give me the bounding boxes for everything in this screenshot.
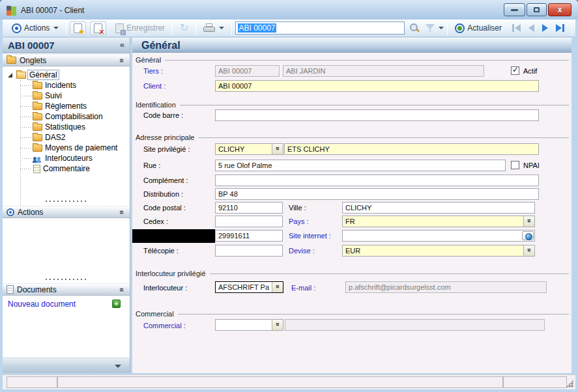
- panel-splitter[interactable]: [3, 199, 130, 203]
- rue-label: Rue :: [143, 161, 160, 169]
- email-label[interactable]: E-mail :: [291, 284, 315, 292]
- telecopie-input[interactable]: [215, 245, 283, 257]
- sidebar-item-commentaire[interactable]: Commentaire: [3, 163, 130, 174]
- print-button[interactable]: [199, 21, 228, 35]
- sidebar-item-incidents[interactable]: Incidents: [3, 80, 130, 91]
- sidebar-collapse-button[interactable]: «: [120, 40, 124, 49]
- code-barre-label: Code barre :: [143, 111, 183, 119]
- npai-checkbox[interactable]: [511, 161, 519, 169]
- email-input[interactable]: [345, 281, 547, 293]
- close-button[interactable]: x: [548, 3, 571, 16]
- tiers-code-input[interactable]: [215, 65, 280, 77]
- status-cell: [57, 376, 503, 388]
- minimize-icon: [511, 9, 518, 11]
- tiers-name-input[interactable]: [283, 65, 484, 77]
- actions-menu-button[interactable]: Actions: [8, 21, 63, 35]
- telephone-input[interactable]: [215, 230, 283, 242]
- site-privilegie-combo[interactable]: CLICHY: [215, 143, 283, 155]
- titlebar[interactable]: ABI 00007 - Client x: [0, 0, 578, 20]
- delete-record-button[interactable]: ✕: [90, 21, 106, 35]
- sidebar-item-reglements[interactable]: Règlements: [3, 101, 130, 111]
- chevron-down-icon[interactable]: [523, 216, 534, 227]
- search-icon[interactable]: [409, 22, 420, 34]
- site-internet-label[interactable]: Site internet :: [289, 232, 331, 240]
- maximize-button[interactable]: [527, 3, 547, 16]
- chevron-down-icon[interactable]: [523, 245, 534, 256]
- panel-header-actions[interactable]: Actions «: [3, 206, 130, 218]
- add-document-button[interactable]: +: [112, 300, 121, 308]
- folder-icon: [33, 113, 42, 120]
- distribution-label: Distribution :: [143, 190, 183, 198]
- interlocuteur-combo[interactable]: AFSCHRIFT Pa: [215, 281, 283, 293]
- sidebar-item-moyens-de-paiement[interactable]: Moyens de paiement: [3, 143, 130, 153]
- close-icon: x: [558, 6, 562, 14]
- chevron-down-icon[interactable]: [272, 282, 283, 292]
- actions-target-icon: [7, 208, 14, 216]
- site-name-input[interactable]: [284, 143, 539, 155]
- new-record-button[interactable]: ★: [70, 21, 86, 35]
- site-internet-input[interactable]: [342, 230, 535, 242]
- filter-icon[interactable]: [425, 23, 435, 33]
- filter-caret-icon[interactable]: [439, 27, 444, 29]
- search-input[interactable]: ABI 00007: [235, 21, 405, 35]
- cedex-input[interactable]: [215, 216, 283, 227]
- pays-label[interactable]: Pays :: [289, 217, 309, 225]
- note-icon: [33, 165, 40, 173]
- code-postal-input[interactable]: [215, 202, 283, 214]
- panel-header-onglets[interactable]: Onglets «: [3, 54, 130, 66]
- sidebar-item-das2[interactable]: DAS2: [3, 132, 130, 143]
- actif-checkbox[interactable]: ✓: [511, 66, 519, 75]
- rue-input[interactable]: [215, 160, 506, 171]
- sidebar-item-interlocuteurs[interactable]: Interlocuteurs: [3, 153, 130, 163]
- application-window: ABI 00007 - Client x Actions ★ ✕ Enregis…: [0, 0, 578, 392]
- save-icon: [115, 23, 124, 33]
- devise-combo[interactable]: EUR: [342, 245, 535, 257]
- status-cell: [7, 376, 57, 388]
- sidebar-item-general[interactable]: Général: [3, 70, 130, 80]
- refresh-button[interactable]: Actualiser: [451, 21, 506, 35]
- folder-icon: [33, 145, 42, 152]
- commercial-combo[interactable]: [215, 319, 283, 331]
- collapse-panel-icon[interactable]: «: [118, 59, 127, 63]
- tree-item-label: Incidents: [45, 81, 76, 90]
- new-record-icon: ★: [74, 23, 82, 33]
- sidebar-item-comptabilisation[interactable]: Comptabilisation: [3, 111, 130, 122]
- panel-splitter[interactable]: [3, 277, 130, 281]
- chevron-down-icon[interactable]: [272, 144, 283, 154]
- devise-label[interactable]: Devise :: [289, 247, 315, 255]
- distribution-input[interactable]: [215, 188, 539, 200]
- complement-input[interactable]: [215, 175, 539, 186]
- tree-item-label: Commentaire: [43, 164, 90, 173]
- chevron-down-icon[interactable]: [272, 320, 283, 330]
- first-record-button[interactable]: [508, 22, 525, 34]
- reload-button[interactable]: ↻: [176, 21, 192, 35]
- save-button[interactable]: Enregistrer: [111, 21, 169, 35]
- commercial-name-input[interactable]: [285, 319, 545, 331]
- collapse-panel-icon[interactable]: «: [118, 288, 127, 292]
- sidebar-item-statistiques[interactable]: Statistiques: [3, 122, 130, 132]
- client-label[interactable]: Client :: [143, 82, 166, 90]
- page-title: Général: [141, 38, 181, 53]
- tree-expander-icon[interactable]: [8, 73, 12, 77]
- previous-record-button[interactable]: [525, 22, 538, 34]
- sidebar-item-suivi[interactable]: Suivi: [3, 91, 130, 101]
- collapse-panel-icon[interactable]: «: [118, 210, 127, 215]
- ville-input[interactable]: [342, 202, 535, 214]
- panel-header-documents[interactable]: Documents «: [3, 283, 130, 296]
- client-input[interactable]: [215, 80, 539, 92]
- new-document-link[interactable]: Nouveau document: [8, 300, 76, 309]
- commercial-label[interactable]: Commercial :: [143, 322, 186, 329]
- globe-icon[interactable]: [522, 231, 534, 240]
- tree-item-label: Suivi: [45, 91, 62, 100]
- minimize-button[interactable]: [504, 3, 525, 16]
- tiers-label[interactable]: Tiers :: [143, 67, 163, 75]
- actif-label: Actif: [523, 67, 537, 75]
- pays-combo[interactable]: FR: [342, 216, 535, 227]
- refresh-icon: [455, 23, 465, 33]
- next-record-button[interactable]: [538, 22, 552, 34]
- last-record-button[interactable]: [552, 22, 568, 34]
- code-barre-input[interactable]: [215, 109, 539, 121]
- tree-item-label: Moyens de paiement: [45, 143, 117, 152]
- caret-down-icon[interactable]: [115, 365, 121, 368]
- status-cell: [503, 376, 567, 388]
